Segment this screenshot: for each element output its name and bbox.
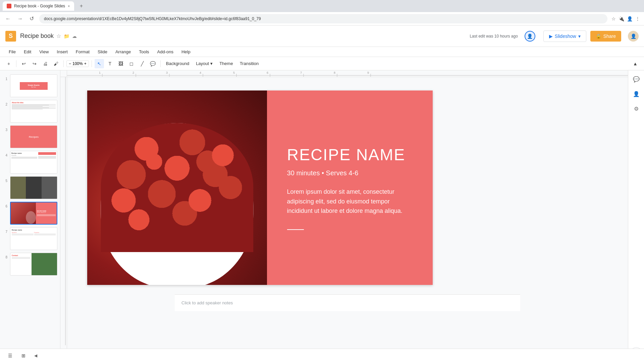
grid-view-btn[interactable]: ⊞: [19, 351, 28, 360]
cursor-tool-btn[interactable]: ↖: [95, 59, 104, 68]
thumb-1-box: Simple Snacks By User: [20, 82, 48, 90]
recipe-title[interactable]: RECIPE NAME: [287, 145, 416, 164]
new-tab-btn[interactable]: +: [77, 1, 86, 11]
extension-icon[interactable]: 🔌: [619, 16, 624, 21]
menu-edit[interactable]: Edit: [20, 48, 35, 56]
slide-photo-half[interactable]: [87, 90, 267, 285]
slide-main[interactable]: RECIPE NAME 30 minutes • Serves 4-6 Lore…: [87, 90, 433, 285]
slide-preview-2[interactable]: About the idea: [10, 100, 57, 123]
people-btn[interactable]: 👤: [630, 88, 642, 100]
thumb-2-line: [12, 106, 56, 106]
zoom-out-icon[interactable]: −: [69, 61, 71, 66]
share-label: Share: [603, 34, 616, 39]
menu-help[interactable]: Help: [178, 48, 194, 56]
menu-icon[interactable]: ⋮: [635, 16, 640, 21]
slide-preview-8[interactable]: Contact: [10, 253, 57, 276]
slide-num-4: 4: [3, 154, 7, 157]
slide-thumb-5[interactable]: 5: [0, 175, 60, 200]
list-view-btn[interactable]: ☰: [5, 351, 15, 360]
transition-btn[interactable]: Transition: [237, 60, 262, 67]
slide-content-half[interactable]: RECIPE NAME 30 minutes • Serves 4-6 Lore…: [267, 90, 433, 285]
thumb-4-content: Recipe name 30 minutes: [10, 151, 57, 173]
slide-thumb-4[interactable]: 4 Recipe name 30 minutes: [0, 149, 60, 175]
image-tool-btn[interactable]: 🖼: [116, 59, 125, 68]
slide-thumb-2[interactable]: 2 About the idea: [0, 99, 60, 124]
folder-icon[interactable]: 📁: [64, 34, 69, 39]
slide-thumb-1[interactable]: 1 Simple Snacks By User: [0, 73, 60, 99]
bookmark-icon[interactable]: ☆: [611, 16, 616, 21]
comments-btn[interactable]: 💬: [630, 73, 642, 85]
slide-thumb-8[interactable]: 8 Contact: [0, 251, 60, 277]
apps-btn[interactable]: ⚙: [630, 103, 642, 115]
slideshow-button[interactable]: ▶ Slideshow ▾: [543, 31, 586, 42]
tab-close-btn[interactable]: ×: [68, 4, 70, 8]
ruler-v-ticks: [60, 77, 67, 345]
undo-btn[interactable]: ↩: [19, 59, 29, 68]
thumb-4-name: Recipe name: [11, 152, 37, 154]
menu-slide[interactable]: Slide: [94, 48, 111, 56]
paint-format-btn[interactable]: 🖌: [51, 59, 61, 68]
menu-format[interactable]: Format: [72, 48, 93, 56]
slide-canvas-container[interactable]: RECIPE NAME 30 minutes • Serves 4-6 Lore…: [67, 77, 628, 362]
raspberry-bg: [87, 90, 267, 285]
main-area: 1 Simple Snacks By User 2 About the idea: [0, 70, 644, 362]
slide-canvas-wrapper[interactable]: RECIPE NAME 30 minutes • Serves 4-6 Lore…: [87, 90, 433, 285]
slide-thumb-3[interactable]: 3 Recipes: [0, 124, 60, 149]
slide-preview-5[interactable]: [10, 176, 57, 199]
menu-addons[interactable]: Add-ons: [154, 48, 177, 56]
slide-preview-3[interactable]: Recipes: [10, 125, 57, 148]
user-avatar[interactable]: 👤: [628, 31, 639, 42]
thumb-7-col-1: Ingredients: [12, 232, 34, 236]
share-button[interactable]: 🔒 Share: [590, 31, 621, 42]
url-input[interactable]: docs.google.com/presentation/d/1XEcBe1Dv…: [39, 14, 607, 23]
raspberry-fill: [101, 123, 253, 252]
theme-label: Theme: [219, 61, 233, 66]
menu-insert[interactable]: Insert: [53, 48, 71, 56]
slide-preview-7[interactable]: Recipe name Ingredients Preparation: [10, 227, 57, 250]
canvas-area[interactable]: 1 2 3 4 5 6 7 8 9: [60, 70, 628, 362]
text-tool-btn[interactable]: T: [105, 59, 115, 68]
shape-tool-btn[interactable]: ◻: [127, 59, 136, 68]
line-tool-btn[interactable]: ╱: [138, 59, 147, 68]
zoom-control[interactable]: − 100% +: [66, 60, 89, 67]
svg-text:8: 8: [334, 71, 335, 74]
slideshow-dropdown-icon[interactable]: ▾: [578, 34, 581, 39]
menu-tools[interactable]: Tools: [136, 48, 152, 56]
thumb-4-sub: 30 minutes: [11, 155, 37, 156]
logo-letter: S: [9, 33, 13, 40]
collapse-panel-btn[interactable]: ◀: [32, 351, 39, 360]
layout-dropdown-icon: ▾: [210, 61, 213, 66]
slide-preview-1[interactable]: Simple Snacks By User: [10, 74, 57, 97]
theme-btn[interactable]: Theme: [217, 60, 235, 67]
thumb-7-content: Recipe name Ingredients Preparation: [10, 228, 57, 250]
slide-thumb-6[interactable]: 6 RECIPE NAME 30 min • Serves 4-6: [0, 200, 60, 226]
print-btn[interactable]: 🖨: [41, 59, 50, 68]
recipe-meta[interactable]: 30 minutes • Serves 4-6: [287, 169, 416, 177]
star-icon[interactable]: ☆: [56, 33, 61, 39]
thumb-5-img3: [42, 177, 57, 199]
slide-preview-6[interactable]: RECIPE NAME 30 min • Serves 4-6: [10, 202, 57, 225]
slide-preview-4[interactable]: Recipe name 30 minutes: [10, 151, 57, 174]
recipe-description[interactable]: Lorem ipsum dolor sit amet, consectetur …: [287, 187, 416, 216]
layout-btn[interactable]: Layout ▾: [193, 60, 215, 67]
slide-thumb-7[interactable]: 7 Recipe name Ingredients Preparation: [0, 226, 60, 251]
menu-arrange[interactable]: Arrange: [112, 48, 134, 56]
speaker-notes[interactable]: Click to add speaker notes: [175, 294, 520, 311]
zoom-in-icon[interactable]: +: [84, 61, 87, 66]
add-element-btn[interactable]: +: [4, 59, 13, 68]
menu-view[interactable]: View: [36, 48, 52, 56]
comment-tool-btn[interactable]: 💬: [148, 59, 158, 68]
refresh-btn[interactable]: ↺: [28, 14, 35, 23]
ruler-vertical: [60, 77, 67, 362]
menu-file[interactable]: File: [5, 48, 19, 56]
redo-btn[interactable]: ↪: [30, 59, 39, 68]
browser-tab[interactable]: Recipe book - Google Slides ×: [3, 1, 74, 11]
thumb-2-line: [12, 106, 43, 107]
thumb-4-right: [38, 152, 56, 172]
slide-num-8: 8: [3, 255, 7, 259]
collapse-sidebar-btn[interactable]: ▲: [631, 59, 640, 68]
forward-btn[interactable]: →: [16, 14, 24, 23]
back-btn[interactable]: ←: [4, 14, 12, 23]
account-icon[interactable]: 👤: [627, 16, 633, 21]
background-btn[interactable]: Background: [163, 60, 192, 67]
